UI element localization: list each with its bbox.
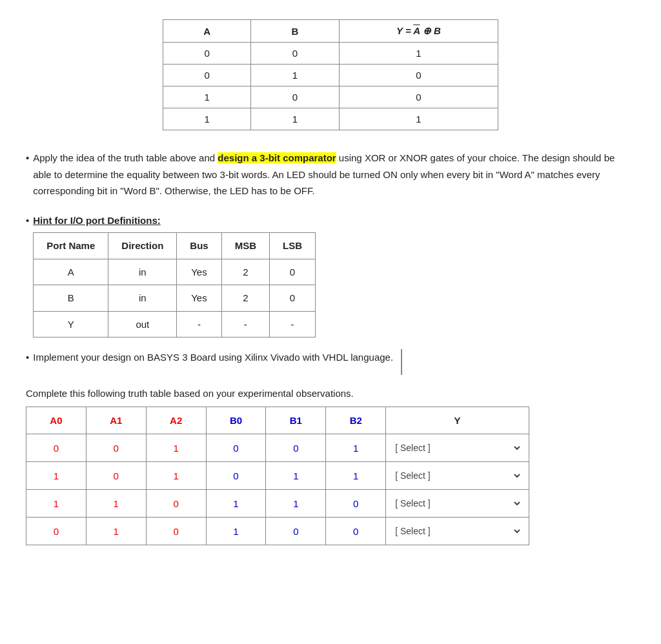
exp-cell-a: 0 [146,518,206,545]
design-prefix: Apply the idea of the truth table above … [33,152,218,163]
exp-header-b: B2 [326,407,386,434]
io-cell: Yes [177,285,221,312]
io-port-table: Port NameDirectionBusMSBLSB AinYes20BinY… [33,232,316,337]
exp-header-a: A2 [146,407,206,434]
hint-content: Hint for I/O port Definitions: Port Name… [33,212,316,345]
io-cell: A [34,259,108,285]
exp-cell-b: 1 [266,462,326,490]
exp-cell-y[interactable]: [ Select ]01 [386,462,529,490]
exp-cell-a: 1 [86,518,146,545]
xnor-cell: 1 [163,86,251,108]
design-highlight: design a 3-bit comparator [218,152,336,163]
exp-cell-b: 1 [206,518,266,545]
io-cell: 0 [270,285,316,312]
exp-cell-b: 0 [326,518,386,545]
xnor-cell: 0 [251,86,339,108]
exp-cell-a: 0 [86,434,146,462]
xnor-cell: 1 [251,65,339,86]
exp-cell-b: 0 [206,434,266,462]
io-cell: 2 [221,259,269,285]
exp-cell-b: 0 [206,462,266,490]
exp-cell-y[interactable]: [ Select ]01 [386,434,529,462]
exp-cell-b: 1 [326,462,386,490]
exp-cell-a: 0 [26,434,86,462]
y-select[interactable]: [ Select ]01 [392,498,522,509]
exp-cell-b: 0 [266,434,326,462]
exp-cell-b: 1 [266,490,326,518]
bullet-dot-hint: • [26,212,29,345]
io-cell: - [270,311,316,337]
bullet-dot-1: • [26,150,29,199]
io-cell: B [34,285,108,312]
bullet-dot-impl: • [26,349,29,375]
io-header-cell: Bus [177,233,221,259]
col-a-header: A [163,20,251,43]
exp-cell-a: 1 [26,462,86,490]
y-select[interactable]: [ Select ]01 [392,470,522,481]
io-cell: in [108,259,177,285]
exp-cell-a: 1 [146,462,206,490]
xnor-cell: 0 [163,43,251,65]
io-header-cell: MSB [221,233,269,259]
io-header-cell: LSB [270,233,316,259]
y-select[interactable]: [ Select ]01 [392,525,522,537]
xnor-cell: 1 [163,108,251,130]
col-y-header: Y = A ⊕ B [339,20,498,43]
y-formula: Y = A ⊕ B [396,25,441,36]
io-cell: in [108,285,177,312]
xnor-cell: 0 [251,43,339,65]
hint-section: • Hint for I/O port Definitions: Port Na… [26,212,635,376]
exp-cell-y[interactable]: [ Select ]01 [386,518,529,545]
exp-header-b: B0 [206,407,266,434]
exp-header-y: Y [386,407,529,434]
exp-cell-a: 0 [26,518,86,545]
design-text: Apply the idea of the truth table above … [33,150,635,199]
io-cell: Yes [177,259,221,285]
implement-item: • Implement your design on BASYS 3 Board… [26,349,635,375]
exp-cell-b: 1 [326,434,386,462]
xnor-cell: 0 [339,86,498,108]
col-b-header: B [251,20,339,43]
io-cell: 2 [221,285,269,312]
xnor-cell: 0 [339,65,498,86]
io-cell: - [177,311,221,337]
exp-cell-y[interactable]: [ Select ]01 [386,490,529,518]
exp-cell-a: 1 [86,490,146,518]
xnor-cell: 1 [339,43,498,65]
exp-header-a: A0 [26,407,86,434]
exp-cell-a: 0 [86,462,146,490]
exp-header-a: A1 [86,407,146,434]
exp-cell-a: 0 [146,490,206,518]
implement-text: Implement your design on BASYS 3 Board u… [33,349,393,366]
exp-cell-a: 1 [146,434,206,462]
exp-cell-b: 0 [266,518,326,545]
exp-cell-b: 1 [206,490,266,518]
design-description: • Apply the idea of the truth table abov… [26,150,635,199]
io-header-cell: Direction [108,233,177,259]
exp-cell-a: 1 [26,490,86,518]
experimental-section: Complete this following truth table base… [26,388,635,545]
y-select[interactable]: [ Select ]01 [392,442,522,454]
io-cell: out [108,311,177,337]
exp-description: Complete this following truth table base… [26,388,635,399]
hint-label: Hint for I/O port Definitions: [33,215,160,226]
exp-truth-table: A0A1A2B0B1B2Y 001001[ Select ]01101011[ … [26,407,529,545]
exp-cell-b: 0 [326,490,386,518]
io-cell: 0 [270,259,316,285]
xnor-cell: 1 [339,108,498,130]
xnor-cell: 0 [163,65,251,86]
io-cell: Y [34,311,108,337]
exp-header-b: B1 [266,407,326,434]
io-header-cell: Port Name [34,233,108,259]
io-cell: - [221,311,269,337]
xnor-cell: 1 [251,108,339,130]
xnor-truth-table: A B Y = A ⊕ B 001010100111 [163,19,498,130]
